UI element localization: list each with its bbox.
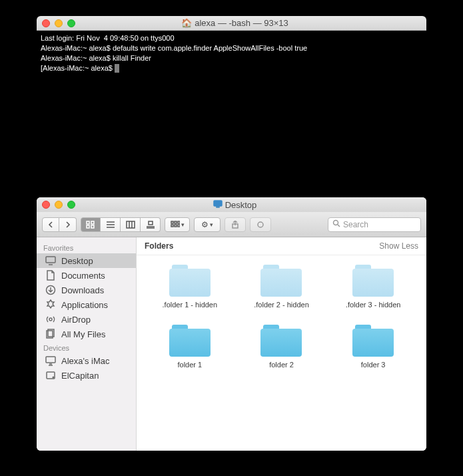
sidebar-item-label: Downloads — [61, 285, 104, 295]
finder-titlebar: Desktop — [37, 197, 426, 212]
devices-header: Devices — [37, 341, 136, 353]
svg-rect-15 — [171, 221, 173, 223]
action-button[interactable]: ⚙ ▾ — [194, 217, 221, 232]
svg-rect-4 — [87, 225, 89, 228]
back-button[interactable] — [42, 217, 59, 232]
sidebar-item-airdrop[interactable]: AirDrop — [37, 312, 136, 327]
desktop-icon — [45, 255, 57, 266]
finder-body: Favorites Desktop Documents Downloads Ap… — [37, 237, 426, 451]
terminal-title: 🏠 alexa — -bash — 93×13 — [49, 18, 421, 28]
arrange-button[interactable]: ▾ — [165, 217, 190, 232]
svg-rect-25 — [46, 257, 55, 263]
terminal-line-3: [Alexas-iMac:~ alexa$ — [41, 64, 115, 72]
downloads-icon — [45, 285, 57, 295]
folder-label: folder 3 — [361, 361, 386, 369]
svg-point-33 — [53, 377, 54, 378]
finder-title: Desktop — [49, 200, 421, 210]
folder-icon — [352, 263, 394, 297]
svg-rect-19 — [175, 225, 177, 227]
sidebar: Favorites Desktop Documents Downloads Ap… — [37, 237, 137, 451]
sidebar-item-imac[interactable]: Alexa's iMac — [37, 353, 136, 368]
folder-grid: .folder 1 - hidden .folder 2 - hidden .f… — [137, 255, 426, 377]
svg-rect-31 — [46, 357, 55, 363]
svg-rect-1 — [217, 206, 219, 207]
sidebar-item-desktop[interactable]: Desktop — [37, 253, 136, 268]
search-placeholder: Search — [343, 220, 368, 229]
folder-item[interactable]: folder 2 — [240, 323, 323, 369]
sidebar-item-applications[interactable]: Applications — [37, 297, 136, 312]
svg-rect-16 — [175, 221, 177, 223]
favorites-header: Favorites — [37, 241, 136, 253]
section-title: Folders — [145, 241, 173, 251]
svg-line-24 — [338, 225, 340, 227]
show-less-toggle[interactable]: Show Less — [379, 241, 418, 251]
svg-rect-18 — [171, 225, 173, 227]
folder-item[interactable]: folder 1 — [149, 323, 231, 369]
svg-point-28 — [49, 318, 52, 321]
svg-rect-2 — [87, 221, 89, 224]
coverflow-view-button[interactable] — [141, 217, 161, 232]
svg-rect-3 — [91, 221, 94, 224]
svg-rect-0 — [214, 201, 222, 206]
terminal-line-1: Alexas-iMac:~ alexa$ defaults write com.… — [41, 44, 307, 52]
content-area: Folders Show Less .folder 1 - hidden .fo… — [137, 237, 426, 451]
svg-point-23 — [334, 221, 338, 225]
folder-item[interactable]: .folder 1 - hidden — [149, 263, 231, 309]
sidebar-item-label: Alexa's iMac — [61, 356, 110, 366]
icon-view-button[interactable] — [81, 217, 101, 232]
folder-label: folder 2 — [269, 361, 294, 369]
chevron-down-icon: ▾ — [181, 221, 185, 228]
svg-rect-20 — [178, 225, 180, 227]
folder-label: folder 1 — [177, 361, 202, 369]
folder-item[interactable]: .folder 2 - hidden — [240, 263, 323, 309]
svg-rect-5 — [91, 225, 94, 228]
sidebar-item-disk[interactable]: ElCapitan — [37, 368, 136, 383]
airdrop-icon — [45, 314, 57, 325]
desktop-title-icon — [213, 200, 223, 210]
search-icon — [332, 219, 340, 229]
terminal-title-text: alexa — -bash — 93×13 — [195, 18, 288, 28]
sidebar-item-downloads[interactable]: Downloads — [37, 283, 136, 297]
sidebar-item-label: AirDrop — [61, 315, 91, 325]
svg-rect-9 — [127, 221, 135, 228]
finder-toolbar: ▾ ⚙ ▾ Search — [37, 212, 426, 237]
terminal-line-0: Last login: Fri Nov 4 09:48:50 on ttys00… — [41, 34, 175, 42]
folder-label: .folder 1 - hidden — [163, 301, 218, 309]
home-icon: 🏠 — [181, 18, 192, 28]
folder-item[interactable]: .folder 3 - hidden — [332, 263, 414, 309]
sidebar-item-allfiles[interactable]: All My Files — [37, 327, 136, 341]
finder-title-text: Desktop — [225, 200, 257, 210]
terminal-titlebar: 🏠 alexa — -bash — 93×13 — [37, 16, 426, 31]
folder-item[interactable]: folder 3 — [332, 323, 414, 369]
forward-button[interactable] — [59, 217, 77, 232]
svg-rect-12 — [149, 221, 153, 225]
folder-label: .folder 2 - hidden — [254, 301, 309, 309]
sidebar-item-label: Applications — [61, 300, 108, 310]
folder-icon — [169, 263, 211, 297]
sidebar-item-label: Desktop — [61, 256, 93, 266]
list-view-button[interactable] — [101, 217, 121, 232]
column-view-button[interactable] — [121, 217, 141, 232]
sidebar-item-label: ElCapitan — [61, 371, 99, 381]
documents-icon — [45, 270, 57, 281]
section-header: Folders Show Less — [137, 237, 426, 255]
nav-buttons — [42, 217, 77, 232]
view-buttons — [81, 217, 161, 232]
folder-icon — [260, 263, 302, 297]
terminal-body[interactable]: Last login: Fri Nov 4 09:48:50 on ttys00… — [37, 31, 426, 76]
finder-window: Desktop ▾ ⚙ ▾ Search — [37, 197, 426, 451]
folder-icon — [352, 323, 394, 357]
search-input[interactable]: Search — [328, 217, 421, 232]
svg-point-22 — [258, 222, 263, 227]
sidebar-item-label: All My Files — [61, 329, 105, 339]
terminal-cursor — [115, 64, 119, 73]
gear-icon: ⚙ — [201, 220, 209, 229]
tags-button[interactable] — [250, 217, 271, 232]
imac-icon — [45, 355, 57, 366]
folder-label: .folder 3 - hidden — [346, 301, 401, 309]
svg-rect-17 — [178, 221, 180, 223]
folder-icon — [260, 323, 302, 357]
share-button[interactable] — [225, 217, 246, 232]
sidebar-item-documents[interactable]: Documents — [37, 268, 136, 283]
terminal-line-2: Alexas-iMac:~ alexa$ killall Finder — [41, 54, 151, 62]
